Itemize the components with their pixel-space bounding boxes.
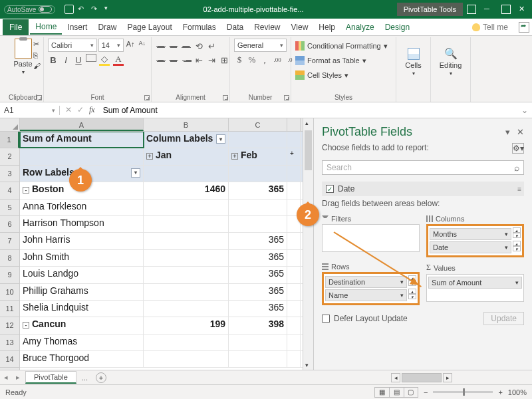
editing-menu[interactable]: 🔍 Editing▾: [435, 39, 466, 85]
tab-formulas[interactable]: Formulas: [178, 21, 221, 34]
decrease-font-icon[interactable]: A↓: [137, 39, 147, 52]
font-dialog-launcher[interactable]: [144, 95, 150, 100]
align-bottom-icon[interactable]: [181, 41, 192, 53]
fields-settings-icon[interactable]: ⚙▾: [512, 143, 524, 154]
cut-icon[interactable]: ✂: [33, 40, 41, 49]
spin-down-icon[interactable]: ▾: [513, 233, 521, 238]
column-header-c[interactable]: C: [229, 118, 287, 131]
zoom-level[interactable]: 100%: [508, 388, 527, 396]
name-box[interactable]: A1: [0, 106, 60, 115]
pill-destination[interactable]: Destination: [325, 276, 407, 288]
cells-menu[interactable]: Cells▾: [400, 39, 426, 85]
wrap-text-icon[interactable]: ↵: [206, 41, 217, 53]
italic-button[interactable]: I: [61, 54, 71, 66]
cell-c2[interactable]: +Feb: [229, 148, 287, 164]
columns-drop-zone[interactable]: Months▴▾ Date▴▾: [426, 224, 524, 257]
ribbon-options-icon[interactable]: [467, 5, 476, 14]
undo-icon[interactable]: ↶: [78, 5, 87, 14]
zoom-out-icon[interactable]: −: [424, 388, 428, 396]
tab-help[interactable]: Help: [313, 21, 340, 34]
field-row-date[interactable]: ✓ Date ≡: [322, 182, 524, 196]
row-labels-filter[interactable]: [131, 168, 140, 178]
cell-a8[interactable]: John Smith: [20, 250, 144, 266]
restore-icon[interactable]: [501, 5, 511, 14]
cell-a6[interactable]: Harrison Thompson: [20, 216, 144, 232]
cell-b4[interactable]: 1460: [144, 182, 229, 198]
tab-nav-prev-icon[interactable]: ◂: [0, 373, 12, 382]
pane-close-icon[interactable]: ✕: [517, 127, 524, 137]
row-header-1[interactable]: 1: [0, 132, 19, 148]
font-color-button[interactable]: A: [112, 54, 124, 66]
spin-up-icon[interactable]: ▴: [513, 227, 521, 233]
fields-search-input[interactable]: Search: [322, 160, 524, 175]
row-header-11[interactable]: 11: [0, 301, 19, 317]
decrease-indent-icon[interactable]: ⇤: [194, 55, 204, 66]
cell-styles-button[interactable]: Cell Styles ▾: [295, 68, 392, 82]
select-all-corner[interactable]: [0, 118, 20, 131]
increase-indent-icon[interactable]: ⇥: [206, 55, 217, 66]
row-header-10[interactable]: 10: [0, 284, 19, 301]
zoom-in-icon[interactable]: +: [498, 388, 502, 396]
align-right-icon[interactable]: [181, 55, 192, 66]
accounting-format-icon[interactable]: $: [234, 54, 245, 66]
defer-checkbox[interactable]: [322, 315, 330, 323]
fill-color-button[interactable]: ◇: [98, 54, 110, 66]
tab-data[interactable]: Data: [221, 21, 249, 34]
row-header-12[interactable]: 12: [0, 317, 19, 334]
column-header-b[interactable]: B: [144, 118, 229, 131]
cell-c4[interactable]: 365: [229, 182, 287, 198]
row-header-7[interactable]: 7: [0, 233, 19, 249]
tab-home[interactable]: Home: [30, 20, 62, 35]
alignment-dialog-launcher[interactable]: [223, 95, 228, 100]
close-icon[interactable]: ✕: [519, 5, 528, 14]
expand-formula-bar-icon[interactable]: ⌄: [517, 106, 532, 115]
qat-more-icon[interactable]: ▾: [104, 5, 114, 14]
align-top-icon[interactable]: [156, 41, 166, 53]
tab-review[interactable]: Review: [249, 21, 285, 34]
row-header-9[interactable]: 9: [0, 267, 19, 283]
cell-a14[interactable]: Bruce Thorgood: [20, 351, 144, 367]
underline-button[interactable]: U: [73, 54, 84, 66]
comma-format-icon[interactable]: ,: [259, 54, 270, 66]
values-drop-zone[interactable]: Sum of Amount: [426, 274, 524, 302]
font-name-combo[interactable]: Calibri: [48, 39, 97, 52]
tab-design[interactable]: Design: [380, 21, 415, 34]
row-header-14[interactable]: 14: [0, 351, 19, 368]
conditional-formatting-button[interactable]: Conditional Formatting ▾: [295, 39, 392, 53]
expand-jan-icon[interactable]: +: [146, 153, 153, 160]
pill-sum-amount[interactable]: Sum of Amount: [428, 277, 522, 289]
new-sheet-button[interactable]: +: [96, 372, 106, 383]
cell-c7[interactable]: 365: [229, 233, 287, 249]
formula-input[interactable]: [100, 106, 517, 115]
horizontal-scrollbar[interactable]: ◂▸: [106, 373, 532, 382]
align-center-icon[interactable]: [168, 55, 179, 66]
field-drag-handle-icon[interactable]: ≡: [517, 186, 520, 193]
cell-b12[interactable]: 199: [144, 317, 229, 333]
cell-b2[interactable]: +Jan: [144, 148, 229, 164]
cell-a5[interactable]: Anna Torkleson: [20, 200, 144, 215]
cell-c9[interactable]: 365: [229, 267, 287, 283]
row-header-5[interactable]: 5: [0, 200, 19, 216]
row-header-4[interactable]: 4: [0, 182, 19, 199]
clipboard-dialog-launcher[interactable]: [37, 95, 42, 100]
cell-a7[interactable]: John Harris: [20, 233, 144, 249]
row-header-6[interactable]: 6: [0, 216, 19, 233]
checkbox-date[interactable]: ✓: [326, 185, 334, 193]
tell-me[interactable]: Tell me: [467, 21, 513, 34]
copy-icon[interactable]: ⎘: [33, 51, 41, 59]
cell-a10[interactable]: Phillip Grahams: [20, 284, 144, 300]
autosave-toggle[interactable]: AutoSave: [4, 5, 55, 14]
enter-formula-icon[interactable]: ✓: [77, 105, 84, 115]
page-break-view-icon[interactable]: ▢: [404, 387, 418, 398]
vertical-scrollbar[interactable]: ▴▾: [303, 118, 313, 370]
pill-name[interactable]: Name: [325, 289, 407, 301]
pane-dropdown-icon[interactable]: ▾: [505, 127, 510, 137]
update-button[interactable]: Update: [483, 312, 524, 325]
tab-insert[interactable]: Insert: [62, 21, 92, 34]
cell-a11[interactable]: Shelia Lindquist: [20, 301, 144, 317]
cancel-formula-icon[interactable]: ✕: [65, 105, 72, 115]
minimize-icon[interactable]: ─: [484, 5, 493, 14]
number-format-combo[interactable]: General: [234, 39, 287, 52]
cell-a9[interactable]: Louis Landgo: [20, 267, 144, 283]
column-header-a[interactable]: A: [20, 118, 144, 131]
